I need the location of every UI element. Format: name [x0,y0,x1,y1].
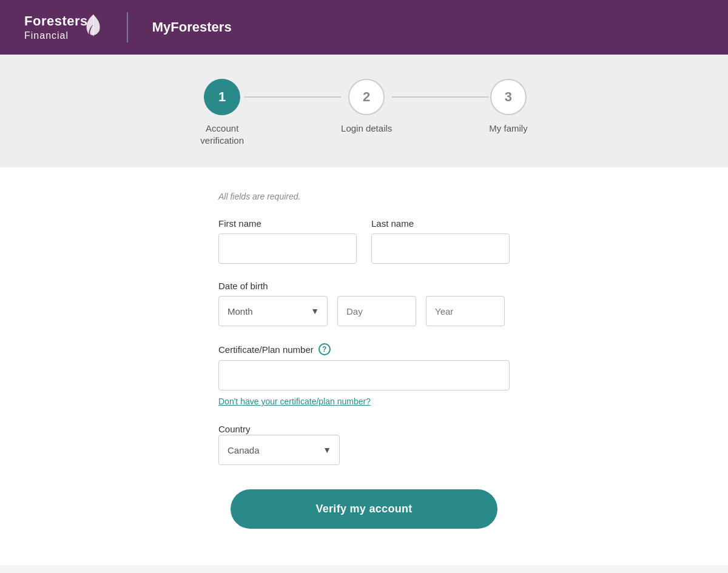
cert-input[interactable] [218,360,510,390]
dob-row: Month January February March April May J… [218,296,510,326]
step-3-circle: 3 [490,79,527,115]
step-3-label: My family [489,122,527,135]
step-2-number: 2 [363,89,370,105]
required-note: All fields are required. [218,192,510,201]
first-name-group: First name [218,218,357,264]
year-input[interactable] [426,296,505,326]
step-1-circle: 1 [204,79,240,115]
leaf-icon [84,13,103,42]
stepper-area: 1 Accountverification 2 Login details 3 … [0,55,728,167]
app-name: MyForesters [152,19,232,35]
logo-area: Foresters Financial MyForesters [24,12,232,42]
brand-name: Foresters [24,13,88,29]
month-select-wrapper: Month January February March April May J… [218,296,328,326]
name-row: First name Last name [218,218,510,264]
form-container: All fields are required. First name Last… [206,192,522,529]
step-2-circle: 2 [348,79,385,115]
country-select[interactable]: Canada United States Other [218,435,340,465]
cert-label-row: Certificate/Plan number ? [218,343,510,355]
brand-text: Foresters Financial [24,13,88,41]
year-group [426,296,505,326]
verify-button[interactable]: Verify my account [231,489,497,529]
logo-divider [127,12,128,42]
submit-area: Verify my account [218,489,510,529]
month-group: Month January February March April May J… [218,296,328,326]
step-1-number: 1 [218,89,226,105]
help-icon[interactable]: ? [318,343,331,355]
main-content: All fields are required. First name Last… [0,167,728,565]
connector-1-2 [244,96,341,98]
step-3: 3 My family [489,79,527,135]
cert-label: Certificate/Plan number [218,344,314,355]
month-select[interactable]: Month January February March April May J… [218,296,328,326]
step-3-number: 3 [505,89,512,105]
day-group [337,296,416,326]
connector-2-3 [392,96,489,98]
country-label: Country [218,424,251,434]
last-name-input[interactable] [371,233,510,264]
dob-label: Date of birth [218,281,510,291]
dob-section: Date of birth Month January February Mar… [218,281,510,326]
brand-sub: Financial [24,30,88,41]
header: Foresters Financial MyForesters [0,0,728,55]
step-2-label: Login details [341,122,392,135]
step-2: 2 Login details [341,79,392,135]
day-input[interactable] [337,296,416,326]
no-cert-link[interactable]: Don't have your certificate/plan number? [218,397,371,406]
last-name-group: Last name [371,218,510,264]
last-name-label: Last name [371,218,510,229]
stepper: 1 Accountverification 2 Login details 3 … [0,79,728,146]
country-section: Country Canada United States Other ▼ [218,424,510,465]
first-name-input[interactable] [218,233,357,264]
country-select-wrapper: Canada United States Other ▼ [218,435,340,465]
cert-section: Certificate/Plan number ? Don't have you… [218,343,510,407]
first-name-label: First name [218,218,357,229]
step-1-label: Accountverification [200,122,244,146]
step-1: 1 Accountverification [200,79,244,146]
